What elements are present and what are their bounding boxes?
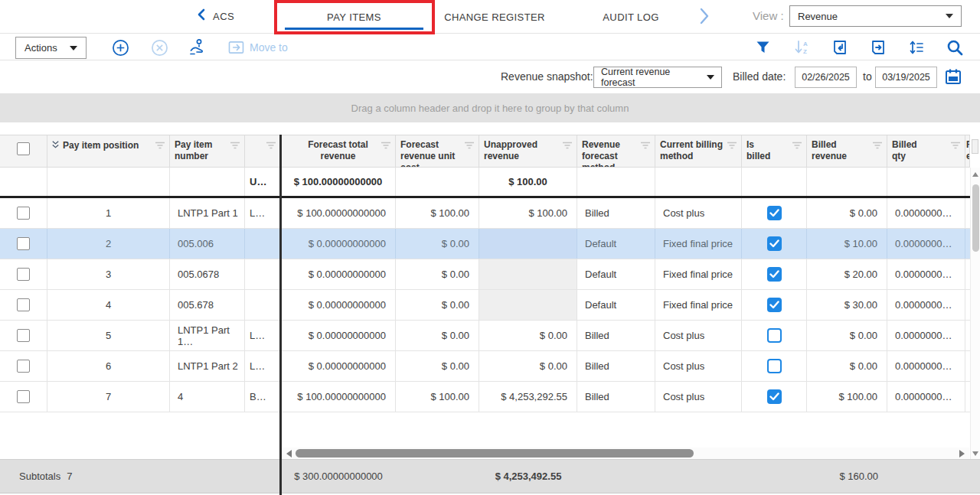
back-nav[interactable]: ACS xyxy=(196,8,234,24)
cell-unapproved[interactable] xyxy=(479,229,577,259)
cell-billed_revenue[interactable]: $ 30.00 xyxy=(807,290,887,320)
export-button[interactable] xyxy=(868,37,888,57)
column-filter-icon[interactable] xyxy=(727,142,737,150)
column-header-forecast_total[interactable]: Forecast total revenue xyxy=(281,135,396,167)
vertical-scrollbar[interactable] xyxy=(970,168,980,459)
filter-button[interactable] xyxy=(753,37,773,57)
assign-button[interactable] xyxy=(188,37,207,57)
cell-select[interactable] xyxy=(0,259,47,289)
snapshot-dropdown[interactable]: Current revenue forecast xyxy=(593,67,722,88)
column-header-position[interactable]: Pay item position xyxy=(47,135,170,167)
cell-rev_method[interactable]: Default xyxy=(577,259,655,289)
pay-item-row[interactable]: 4005.678$ 0.00000000000$ 0.00DefaultFixe… xyxy=(0,290,970,321)
cell-unit_cost[interactable]: $ 0.00 xyxy=(396,351,479,381)
cell-position[interactable]: 3 xyxy=(47,259,170,289)
search-button[interactable] xyxy=(945,37,965,57)
add-button[interactable] xyxy=(110,37,130,57)
cell-billing_method[interactable]: Fixed final price xyxy=(655,259,742,289)
frozen-column-divider[interactable] xyxy=(279,135,282,495)
column-filter-icon[interactable] xyxy=(640,142,651,150)
move-to-button[interactable]: Move to xyxy=(228,37,288,57)
cell-is_billed[interactable] xyxy=(742,290,807,320)
tab-change-register[interactable]: CHANGE REGISTER xyxy=(441,0,548,34)
cell-mini[interactable] xyxy=(245,259,281,289)
is-billed-checkbox[interactable] xyxy=(767,328,782,343)
cell-select[interactable] xyxy=(0,351,47,381)
sort-descending-icon[interactable] xyxy=(51,139,60,150)
cell-is_billed[interactable] xyxy=(742,259,807,289)
cell-billed_qty[interactable]: 0.0000000… xyxy=(887,321,965,350)
cell-select[interactable] xyxy=(0,229,47,259)
cell-unit_cost[interactable]: $ 0.00 xyxy=(396,259,479,289)
is-billed-checkbox[interactable] xyxy=(767,267,782,282)
cell-rev_method[interactable]: Default xyxy=(577,229,655,259)
is-billed-checkbox[interactable] xyxy=(767,298,782,312)
cell-unapproved[interactable]: $ 100.00 xyxy=(479,198,577,228)
cell-billed_qty[interactable]: 0.0000000… xyxy=(887,290,965,320)
scroll-left-arrow-icon[interactable] xyxy=(286,450,292,458)
cell-billed_revenue[interactable]: $ 10.00 xyxy=(807,229,887,259)
column-header-select[interactable] xyxy=(0,135,47,167)
cell-rev_method[interactable]: Billed xyxy=(577,198,655,228)
cell-mini[interactable] xyxy=(245,229,281,259)
scroll-right-arrow-icon[interactable] xyxy=(959,450,965,458)
column-header-number[interactable]: Pay item number xyxy=(170,135,245,167)
cell-is_billed[interactable] xyxy=(742,351,807,381)
actions-button[interactable]: Actions xyxy=(15,37,87,59)
cell-unapproved[interactable] xyxy=(479,259,577,289)
vertical-scroll-thumb[interactable] xyxy=(972,184,979,252)
pay-item-row[interactable]: 5LNTP1 Part 1…L…$ 0.00000000000$ 0.00$ 0… xyxy=(0,321,970,351)
cell-billed_revenue[interactable]: $ 0.00 xyxy=(807,351,887,381)
cell-mini[interactable]: L… xyxy=(245,321,281,350)
cell-rev_method[interactable]: Billed xyxy=(577,321,655,350)
cell-forecast_total[interactable]: $ 0.00000000000 xyxy=(281,321,396,350)
cell-is_billed[interactable] xyxy=(742,321,807,350)
pay-item-row[interactable]: 3005.0678$ 0.00000000000$ 0.00DefaultFix… xyxy=(0,259,970,290)
cell-number[interactable]: 4 xyxy=(170,382,245,412)
cell-position[interactable]: 1 xyxy=(47,198,170,228)
is-billed-checkbox[interactable] xyxy=(767,389,782,404)
cell-mini[interactable]: L… xyxy=(245,351,281,381)
pay-item-row[interactable]: 6LNTP1 Part 2L…$ 0.00000000000$ 0.00$ 0.… xyxy=(0,351,970,382)
calendar-button[interactable] xyxy=(944,67,962,89)
cell-unapproved[interactable]: $ 0.00 xyxy=(479,321,577,350)
cell-unit_cost[interactable]: $ 0.00 xyxy=(396,290,479,320)
cell-billed_qty[interactable]: 0.0000000… xyxy=(887,198,965,228)
cell-forecast_total[interactable]: $ 0.00000000000 xyxy=(281,290,396,320)
cell-rev_method[interactable]: Billed xyxy=(577,351,655,381)
horizontal-scrollbar[interactable] xyxy=(282,448,969,459)
column-filter-icon[interactable] xyxy=(872,142,883,150)
cell-forecast_total[interactable]: $ 0.00000000000 xyxy=(281,229,396,259)
cell-select[interactable] xyxy=(0,198,47,228)
column-header-unit_cost[interactable]: Forecast revenue unit cost xyxy=(396,135,479,167)
cell-rev_method[interactable]: Default xyxy=(577,290,655,320)
row-select-checkbox[interactable] xyxy=(17,237,30,250)
billed-date-to-input[interactable]: 03/19/2025 xyxy=(875,67,937,88)
cell-billed_qty[interactable]: 0.0000000… xyxy=(887,351,965,381)
cell-unapproved[interactable]: $ 0.00 xyxy=(479,351,577,381)
column-filter-icon[interactable] xyxy=(950,142,961,150)
deactivate-button[interactable] xyxy=(149,37,169,57)
cell-billed_qty[interactable]: 0.0000000… xyxy=(887,229,965,259)
import-button[interactable] xyxy=(830,37,850,57)
column-header-billing_method[interactable]: Current billing method xyxy=(655,135,742,167)
cell-billed_revenue[interactable]: $ 0.00 xyxy=(807,198,887,228)
column-filter-icon[interactable] xyxy=(562,142,573,150)
cell-position[interactable]: 6 xyxy=(47,351,170,381)
cell-mini[interactable]: L… xyxy=(245,198,281,228)
cell-unit_cost[interactable]: $ 100.00 xyxy=(396,382,479,412)
cell-select[interactable] xyxy=(0,290,47,320)
column-header-is_billed[interactable]: Is billed xyxy=(742,135,807,167)
cell-number[interactable]: 005.0678 xyxy=(170,259,245,289)
cell-number[interactable]: 005.678 xyxy=(170,290,245,320)
column-header-unapproved[interactable]: Unapproved revenue xyxy=(479,135,577,167)
cell-billing_method[interactable]: Cost plus xyxy=(655,382,742,412)
cell-billing_method[interactable]: Fixed final price xyxy=(655,229,742,259)
row-select-checkbox[interactable] xyxy=(17,268,30,281)
cell-billed_revenue[interactable]: $ 0.00 xyxy=(807,321,887,350)
cell-mini[interactable] xyxy=(245,290,281,320)
cell-rev_method[interactable]: Billed xyxy=(577,382,655,412)
pay-item-row[interactable]: 1LNTP1 Part 1L…$ 100.00000000000$ 100.00… xyxy=(0,198,970,229)
cell-unapproved[interactable]: $ 4,253,292.55 xyxy=(479,382,577,412)
row-select-checkbox[interactable] xyxy=(17,390,30,403)
